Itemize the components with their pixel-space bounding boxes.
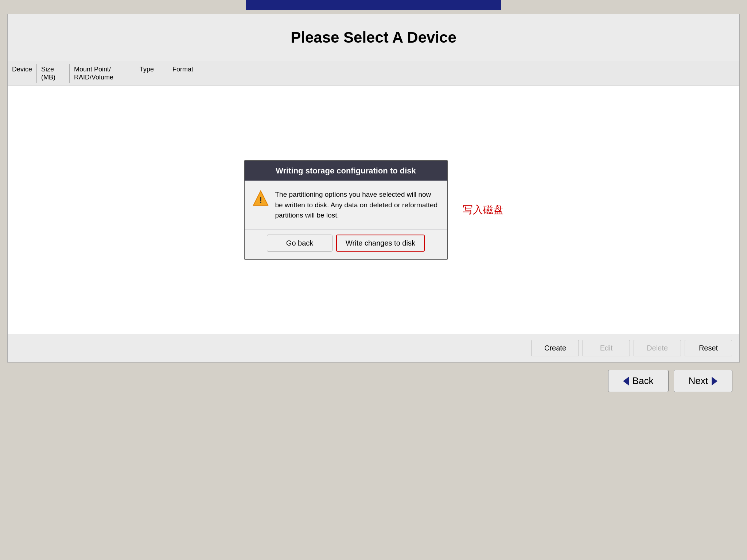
bottom-toolbar: Create Edit Delete Reset	[8, 334, 739, 362]
delete-button[interactable]: Delete	[634, 340, 681, 356]
top-bar	[246, 0, 501, 10]
col-mount-header: Mount Point/RAID/Volume	[70, 64, 135, 83]
col-size-header: Size(MB)	[37, 64, 70, 83]
edit-button[interactable]: Edit	[583, 340, 630, 356]
chinese-annotation: 写入磁盘	[463, 203, 503, 217]
svg-text:!: !	[259, 195, 262, 205]
dialog-message: The partitioning options you have select…	[275, 189, 440, 221]
page-title-area: Please Select A Device	[8, 14, 739, 61]
col-format-header: Format	[168, 64, 205, 83]
dialog-title-bar: Writing storage configuration to disk	[245, 161, 447, 181]
dialog-box: Writing storage configuration to disk ! …	[244, 160, 448, 260]
table-header: Device Size(MB) Mount Point/RAID/Volume …	[8, 61, 739, 86]
back-label: Back	[633, 375, 654, 387]
back-button[interactable]: Back	[608, 370, 669, 392]
next-label: Next	[689, 375, 708, 387]
page-title: Please Select A Device	[291, 29, 456, 46]
back-arrow-icon	[623, 377, 629, 385]
dialog-body: ! The partitioning options you have sele…	[245, 181, 447, 230]
content-area: Writing storage configuration to disk ! …	[8, 86, 739, 334]
next-button[interactable]: Next	[674, 370, 732, 392]
dialog-buttons: Go back Write changes to disk	[245, 229, 447, 259]
next-arrow-icon	[712, 377, 717, 385]
go-back-button[interactable]: Go back	[267, 234, 332, 251]
dialog-title: Writing storage configuration to disk	[276, 166, 416, 175]
write-changes-button[interactable]: Write changes to disk	[336, 234, 425, 251]
create-button[interactable]: Create	[532, 340, 579, 356]
reset-button[interactable]: Reset	[685, 340, 732, 356]
warning-icon: !	[252, 189, 269, 207]
col-device-header: Device	[8, 64, 37, 83]
col-type-header: Type	[135, 64, 168, 83]
dialog-overlay: Writing storage configuration to disk ! …	[244, 160, 503, 260]
nav-bar: Back Next	[7, 363, 740, 399]
